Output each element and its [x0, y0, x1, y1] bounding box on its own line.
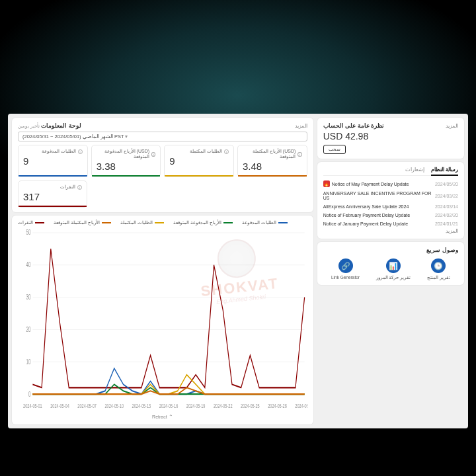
- dashboard-panel: لوحة المعلومات تأخير يومين المزيد (2024/…: [8, 114, 468, 428]
- notification-text: AliExpress Anniversary Sale Update 2024: [323, 204, 409, 209]
- dashboard-card: لوحة المعلومات تأخير يومين المزيد (2024/…: [12, 118, 313, 212]
- date-range-select[interactable]: (2024/05/31 ~ 2024/05/01) الشهر الماضي P…: [18, 132, 307, 141]
- info-icon: i: [151, 152, 155, 157]
- notification-text: Notice of January Payment Delay Update: [323, 221, 408, 226]
- account-title: نظرة عامة على الحساب: [323, 122, 385, 129]
- info-icon: i: [78, 149, 83, 154]
- svg-text:0: 0: [28, 390, 31, 398]
- quick-access-item[interactable]: 🕒تقرير المنتج: [427, 258, 450, 280]
- hot-icon: 🔥: [323, 180, 330, 187]
- quick-access-label: Link Generator: [331, 275, 360, 280]
- info-icon: i: [77, 185, 82, 190]
- svg-text:2024-05-10: 2024-05-10: [104, 402, 124, 409]
- stat-completed-earnings[interactable]: i(USD) الأرباح المكتملة المتوقعة 3.48: [237, 145, 307, 177]
- stat-label: (USD) الأرباح المدفوعة المتوقعة: [97, 149, 149, 159]
- notification-item[interactable]: AliExpress Anniversary Sale Update 20242…: [323, 202, 458, 211]
- stat-value: 317: [23, 191, 82, 202]
- dashboard-title: لوحة المعلومات: [41, 122, 81, 129]
- withdraw-button[interactable]: سحب: [323, 145, 346, 154]
- quick-access-icon: 📊: [386, 258, 401, 273]
- svg-text:30: 30: [26, 293, 31, 301]
- quick-access-label: تقرير حركة المرور: [376, 275, 411, 280]
- svg-text:2024-05-31: 2024-05-31: [295, 402, 307, 409]
- notification-text: Notice of May Payment Delay Update: [332, 182, 409, 186]
- stat-value: 9: [169, 155, 229, 167]
- quick-access-item[interactable]: 🔗Link Generator: [331, 258, 360, 280]
- stat-label: الطلبات المدفوعة: [42, 149, 76, 154]
- notification-item[interactable]: Notice of January Payment Delay Update20…: [323, 219, 458, 228]
- dashboard-subtitle: تأخير يومين: [18, 124, 40, 128]
- quick-access-title: وصول سريع: [323, 247, 458, 253]
- notification-date: 2024/01/21: [435, 221, 458, 226]
- svg-text:2024-05-22: 2024-05-22: [214, 402, 233, 409]
- svg-text:2024-05-19: 2024-05-19: [186, 402, 206, 409]
- notification-item[interactable]: Notice of February Payment Delay Update2…: [323, 211, 458, 219]
- notifications-card: رسالة النظام إشعارات 🔥Notice of May Paym…: [317, 162, 464, 239]
- info-icon: i: [224, 149, 229, 154]
- svg-text:2024-05-07: 2024-05-07: [77, 402, 97, 409]
- stat-label: (USD) الأرباح المكتملة المتوقعة: [243, 149, 296, 159]
- quick-access-icon: 🔗: [338, 258, 353, 273]
- svg-text:2024-05-25: 2024-05-25: [241, 402, 260, 409]
- chart-card: الطلبات المدفوعةالأرباح المدفوعة المتوقع…: [12, 216, 313, 424]
- notification-item[interactable]: 🔥Notice of May Payment Delay Update2024/…: [323, 178, 458, 189]
- notifications-more-link[interactable]: المزيد: [323, 228, 458, 234]
- notification-text: ANNIVERSARY SALE INCENTIVE PROGRAM FOR U…: [323, 191, 435, 200]
- chevron-down-icon: ▾: [125, 134, 128, 139]
- notification-tabs: رسالة النظام إشعارات: [323, 167, 458, 176]
- date-range-label: (2024/05/31 ~ 2024/05/01) الشهر الماضي P…: [22, 134, 124, 139]
- account-balance: USD 42.98: [323, 131, 458, 141]
- retract-button[interactable]: Retract ⌃: [18, 414, 307, 420]
- stat-label: الطلبات المكتملة: [190, 149, 222, 154]
- notification-item[interactable]: ANNIVERSARY SALE INCENTIVE PROGRAM FOR U…: [323, 189, 458, 202]
- stat-label: النقرات: [60, 184, 75, 190]
- svg-text:2024-05-13: 2024-05-13: [132, 402, 151, 409]
- stat-value: 9: [23, 155, 83, 167]
- stat-value: 3.48: [243, 161, 302, 172]
- quick-access-icon: 🕒: [431, 258, 446, 273]
- chart-legend: الطلبات المدفوعةالأرباح المدفوعة المتوقع…: [18, 220, 307, 225]
- tab-system-msg[interactable]: رسالة النظام: [431, 167, 458, 176]
- line-chart[interactable]: 010203040502024-05-012024-05-042024-05-0…: [18, 228, 307, 413]
- notification-date: 2024/02/20: [435, 213, 458, 218]
- svg-text:2024-05-28: 2024-05-28: [268, 402, 287, 409]
- stat-clicks[interactable]: iالنقرات 317: [18, 180, 87, 208]
- quick-access-label: تقرير المنتج: [427, 275, 450, 280]
- notification-date: 2024/05/20: [435, 182, 458, 186]
- stat-value: 3.38: [97, 161, 156, 172]
- chevron-up-icon: ⌃: [169, 414, 173, 420]
- retract-label: Retract: [152, 415, 167, 419]
- quick-access-card: وصول سريع 🔗Link Generator📊تقرير حركة الم…: [317, 242, 464, 285]
- account-overview-card: نظرة عامة على الحساب المزيد USD 42.98 سح…: [317, 118, 464, 159]
- quick-access-item[interactable]: 📊تقرير حركة المرور: [376, 258, 411, 280]
- svg-text:20: 20: [26, 325, 31, 333]
- tab-notices[interactable]: إشعارات: [405, 167, 424, 173]
- svg-text:2024-05-16: 2024-05-16: [159, 402, 178, 409]
- svg-text:10: 10: [26, 358, 31, 366]
- dashboard-more-link[interactable]: المزيد: [295, 123, 307, 129]
- stat-paid-orders[interactable]: iالطلبات المدفوعة 9: [18, 145, 88, 177]
- svg-text:40: 40: [26, 261, 31, 269]
- svg-text:50: 50: [26, 229, 31, 237]
- info-icon: i: [298, 152, 301, 157]
- svg-text:2024-05-01: 2024-05-01: [23, 402, 42, 409]
- svg-text:2024-05-04: 2024-05-04: [50, 402, 69, 409]
- stat-paid-earnings[interactable]: i(USD) الأرباح المدفوعة المتوقعة 3.38: [91, 145, 161, 177]
- notification-date: 2024/03/14: [435, 204, 458, 209]
- account-more-link[interactable]: المزيد: [446, 123, 458, 129]
- notification-date: 2024/03/22: [435, 194, 458, 198]
- stat-completed-orders[interactable]: iالطلبات المكتملة 9: [164, 145, 234, 177]
- notification-text: Notice of February Payment Delay Update: [323, 213, 411, 218]
